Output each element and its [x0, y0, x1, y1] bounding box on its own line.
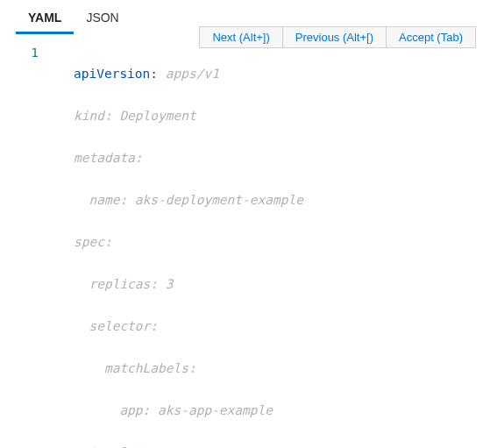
accept-suggestion-button[interactable]: Accept (Tab) — [387, 27, 475, 47]
ghost-text: name: aks-deployment-example — [74, 189, 342, 210]
ghost-text: app: aks-app-example — [74, 400, 342, 421]
line-number-gutter: 1 — [0, 42, 54, 448]
code-content[interactable]: apiVersion: apps/v1 kind: Deployment met… — [54, 42, 342, 448]
tab-yaml[interactable]: YAML — [16, 5, 74, 34]
ghost-text: matchLabels: — [74, 358, 342, 379]
ghost-text: template: — [74, 442, 342, 448]
code-editor[interactable]: 1 apiVersion: apps/v1 kind: Deployment m… — [0, 42, 483, 448]
previous-suggestion-button[interactable]: Previous (Alt+[) — [283, 27, 387, 47]
code-line: apiVersion: apps/v1 — [74, 63, 342, 84]
yaml-colon-token: : — [150, 67, 158, 81]
ghost-text: metadata: — [74, 147, 342, 168]
intellisense-suggestion-bar: Next (Alt+]) Previous (Alt+[) Accept (Ta… — [199, 26, 476, 48]
ghost-text: replicas: 3 — [74, 274, 342, 295]
ghost-text: selector: — [74, 316, 342, 337]
ghost-text: kind: Deployment — [74, 105, 342, 126]
ghost-text: apps/v1 — [158, 67, 219, 81]
ghost-text: spec: — [74, 231, 342, 252]
next-suggestion-button[interactable]: Next (Alt+]) — [200, 27, 282, 47]
line-number: 1 — [0, 42, 39, 63]
tab-json[interactable]: JSON — [74, 5, 131, 34]
yaml-key-token: apiVersion — [74, 67, 150, 81]
